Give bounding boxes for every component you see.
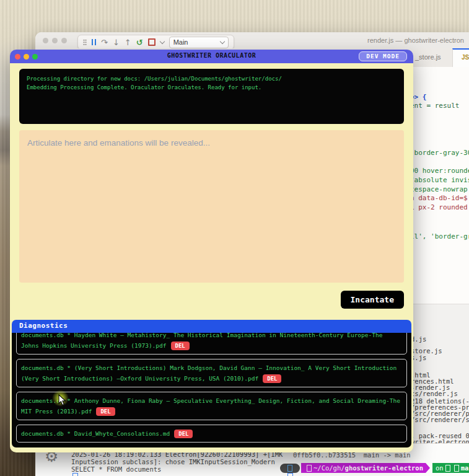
code-line: ll', 'border-gr [410,232,469,240]
panel-line: ts/render.js [411,390,458,397]
minimize-icon[interactable] [52,38,58,43]
chevron-down-icon[interactable] [159,38,164,43]
git-icon [445,465,450,472]
code-line: 'border-gray-30 [410,149,469,157]
app-titlebar[interactable]: GHOSTWRITER ORACULATOR DEV MODE [10,50,413,63]
code-line: 00 hover:rounde [410,167,469,175]
diagnostics-section: Diagnostics documents.db * Hayden White … [12,320,411,447]
console-line: Embedding Processing Complete. Oraculato… [27,84,261,90]
js-file-icon: JS [462,54,469,61]
prompt-path-prefix: ~/Co/gh/ [313,464,345,472]
tab-store-js[interactable]: _store.js [415,53,441,61]
vscode-window-title: render.js — ghostwriter-electron [367,37,464,44]
document-row-text: documents.db * Anthony Dunne, Fiona Raby… [21,397,400,415]
code-line: 1 px-2 rounded [410,203,468,211]
debug-config-dropdown[interactable]: Main [169,37,229,48]
delete-button[interactable]: DEL [96,407,115,416]
vscode-titlebar: ↷ ↓ ↑ ↺ Main render.js — ghostwriter-ele… [35,32,469,49]
panel-line: /src/renderer/sc [411,416,469,423]
debug-toolbar: ↷ ↓ ↑ ↺ Main [77,35,234,50]
prompt-git-on: on [436,464,444,472]
console-line: Processing directory for new docs: /User… [27,76,282,82]
document-row: documents.db * Hayden White — Metahistor… [16,333,407,355]
step-out-icon[interactable]: ↑ [125,38,131,46]
powerline-arrow-icon [426,463,430,473]
document-row-text: documents.db * David_Whyte_Consolations.… [21,430,170,437]
mouse-cursor [58,394,66,406]
pause-icon[interactable] [92,39,96,45]
os-icon [280,464,300,473]
prompt-path-name: ghostwriter-electron [345,464,423,472]
delete-button[interactable]: DEL [171,342,190,350]
folder-icon [307,465,312,472]
dev-mode-badge: DEV MODE [359,51,407,61]
delete-button[interactable]: DEL [263,374,281,383]
code-line: n data-db-id=$ [410,194,468,202]
diagnostics-header: Diagnostics [12,320,411,333]
document-row-text: documents.db * (Very Short Introductions… [21,364,397,382]
prompt-char: › [281,473,284,476]
prompt-path-segment: ~/Co/gh/ghostwriter-electron [301,463,426,473]
diagnostics-list[interactable]: documents.db * Hayden White — Metahistor… [12,333,411,447]
code-line: ent = result [410,102,459,110]
code-line: tespace-nowrap' [410,185,469,193]
prompt-branch: main [461,464,469,472]
restart-icon[interactable]: ↺ [136,38,143,46]
terminal-line: SELECT * FROM documents [71,465,161,473]
terminal-cursor [72,473,78,476]
shell-cursor [287,473,293,476]
document-row: documents.db * David_Whyte_Consolations.… [16,425,407,443]
document-row: documents.db * (Very Short Introductions… [16,359,407,387]
vscode-traffic-lights [43,38,67,43]
terminal-line: InputSession subclass]: chose IMKInputSe… [71,458,275,465]
document-row: documents.db * Anthony Dunne, Fiona Raby… [16,392,407,420]
stop-icon[interactable] [148,38,156,46]
glyph-box-icon [287,465,292,472]
delete-button[interactable]: DEL [174,430,193,438]
shell-prompt: ~/Co/gh/ghostwriter-electron onmain *1 [280,463,469,473]
code-line: "absolute invis [410,176,469,184]
dropdown-chevron-icon [219,38,224,43]
prompt-git-segment: onmain *1 [432,463,469,473]
status-console: Processing directory for new docs: /User… [19,69,404,124]
zoom-icon[interactable] [61,38,67,43]
tab-render-js[interactable]: JS [452,48,469,68]
desktop: ↷ ↓ ↑ ↺ Main render.js — ghostwriter-ele… [0,0,469,476]
close-icon[interactable] [43,38,48,43]
incantation-input[interactable] [19,130,404,283]
branch-icon [454,465,459,472]
debug-config-label: Main [173,38,188,46]
step-over-icon[interactable]: ↷ [101,38,108,46]
document-row-text: documents.db * Hayden White — Metahistor… [21,333,382,349]
oraculator-window: GHOSTWRITER ORACULATOR DEV MODE Processi… [10,50,413,452]
app-title: GHOSTWRITER ORACULATOR [10,52,413,59]
drag-grip-icon[interactable] [83,39,87,45]
incantate-button[interactable]: Incantate [341,291,404,309]
step-into-icon[interactable]: ↓ [113,38,120,46]
